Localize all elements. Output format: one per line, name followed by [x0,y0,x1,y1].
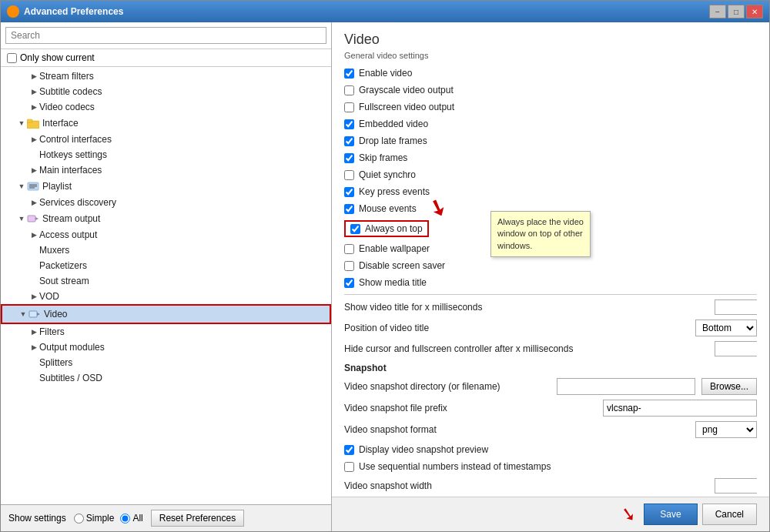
tree-arrow: ▼ [16,213,27,224]
restore-button[interactable]: □ [728,5,745,18]
snapshot-format-row: Video snapshot format png jpg tiff [344,421,757,438]
tree-item-video[interactable]: ▼ Video [1,304,331,324]
svg-marker-7 [35,217,38,220]
tree-arrow: ▼ [16,118,27,129]
snapshot-dir-label: Video snapshot directory (or filename) [344,381,551,392]
snapshot-format-label: Video snapshot format [344,424,689,435]
sequential-numbers-label: Use sequential numbers instead of timest… [359,461,551,472]
tree-item-hotkeys[interactable]: ▶ Hotkeys settings [1,147,331,162]
drop-late-label: Drop late frames [359,136,427,146]
stream-output-icon [27,212,39,225]
tree-label: Video [44,309,67,320]
show-media-title-row: Show media title [344,276,757,289]
fullscreen-label: Fullscreen video output [359,102,454,112]
tree-label: Video codecs [39,102,95,112]
svg-marker-9 [37,313,40,316]
display-preview-row: Display video snapshot preview [344,443,757,457]
tree-item-main-interfaces[interactable]: ▶ Main interfaces [1,162,331,178]
right-content: Video General video settings Enable vide… [332,22,769,497]
tree-item-playlist[interactable]: ▼ Playlist [1,178,331,195]
snapshot-dir-input[interactable] [557,378,695,395]
window-title: Advanced Preferences [24,6,705,17]
simple-radio[interactable] [74,514,84,524]
tree-item-splitters[interactable]: ▶ Splitters [1,355,331,370]
only-show-row: Only show current [1,49,331,67]
search-input[interactable] [5,27,326,44]
snapshot-dir-row: Video snapshot directory (or filename) B… [344,378,757,395]
grayscale-row: Grayscale video output [344,83,757,97]
tree-arrow: ▶ [28,102,39,112]
embedded-row: Embedded video [344,117,757,131]
tree-label: Filters [39,326,65,337]
quiet-synchro-checkbox[interactable] [344,170,354,180]
tree-area: ▶ Stream filters ▶ Subtitle codecs ▶ Vid… [1,67,331,504]
tree-item-control-interfaces[interactable]: ▶ Control interfaces [1,132,331,147]
always-on-top-highlight: Always on top [344,220,429,237]
always-on-top-checkbox[interactable] [350,224,360,234]
tree-item-sout-stream[interactable]: ▶ Sout stream [1,273,331,289]
reset-preferences-button[interactable]: Reset Preferences [151,510,244,527]
tree-item-output-modules[interactable]: ▶ Output modules [1,340,331,355]
tooltip-text: Always place the video window on top of … [497,217,584,250]
enable-video-checkbox[interactable] [344,69,354,79]
only-show-current-checkbox[interactable] [7,53,17,63]
tree-item-services-discovery[interactable]: ▶ Services discovery [1,195,331,210]
skip-frames-checkbox[interactable] [344,153,354,163]
left-panel: Only show current ▶ Stream filters ▶ Sub… [1,22,332,531]
quiet-synchro-label: Quiet synchro [359,169,416,180]
enable-wallpaper-checkbox[interactable] [344,244,354,254]
fullscreen-checkbox[interactable] [344,102,354,112]
show-media-title-checkbox[interactable] [344,278,354,288]
tree-item-vod[interactable]: ▶ VOD [1,289,331,304]
display-preview-checkbox[interactable] [344,445,354,455]
snapshot-prefix-row: Video snapshot file prefix [344,400,757,417]
tree-label: Subtitle codecs [39,86,102,97]
embedded-checkbox[interactable] [344,119,354,129]
tree-arrow: ▶ [28,326,39,337]
tree-arrow: ▶ [28,342,39,353]
tree-item-subtitle-codecs[interactable]: ▶ Subtitle codecs [1,84,331,99]
video-icon [28,308,41,320]
tree-label: Control interfaces [39,134,112,145]
window-controls: − □ ✕ [709,5,763,18]
tree-item-video-codecs[interactable]: ▶ Video codecs [1,99,331,115]
close-button[interactable]: ✕ [746,5,763,18]
save-button[interactable]: Save [644,504,697,525]
grayscale-checkbox[interactable] [344,85,354,95]
tree-item-filters[interactable]: ▶ Filters [1,324,331,340]
section-title: General video settings [344,51,757,60]
tree-arrow: ▶ [28,86,39,97]
sequential-numbers-checkbox[interactable] [344,462,354,472]
tree-label: Access output [39,229,97,240]
tree-item-stream-filters[interactable]: ▶ Stream filters [1,69,331,84]
tree-item-interface[interactable]: ▼ Interface [1,115,331,132]
key-press-checkbox[interactable] [344,187,354,197]
tree-item-muxers[interactable]: ▶ Muxers [1,243,331,258]
mouse-events-label: Mouse events [359,203,417,214]
minimize-button[interactable]: − [709,5,726,18]
tree-item-packetizers[interactable]: ▶ Packetizers [1,258,331,273]
cancel-button[interactable]: Cancel [702,504,757,525]
tree-arrow: ▶ [28,197,39,208]
drop-late-checkbox[interactable] [344,136,354,146]
snapshot-width-spinbox: ▲ ▼ [715,478,757,494]
video-title-ms-input[interactable] [715,300,769,314]
simple-label: Simple [86,513,115,524]
snapshot-format-dropdown[interactable]: png jpg tiff [695,421,757,438]
hide-cursor-input[interactable] [715,342,769,356]
tree-item-access-output[interactable]: ▶ Access output [1,227,331,243]
right-panel: Video General video settings Enable vide… [332,22,769,531]
tree-item-subtitles-osd[interactable]: ▶ Subtitles / OSD [1,370,331,386]
tree-item-stream-output[interactable]: ▼ Stream output [1,210,331,227]
position-title-dropdown[interactable]: Bottom Top Left Right Center [695,320,757,336]
show-media-title-label: Show media title [359,277,427,288]
browse-button[interactable]: Browse... [701,378,757,395]
snapshot-width-input[interactable] [715,479,769,493]
embedded-label: Embedded video [359,119,428,129]
all-radio[interactable] [120,514,130,524]
snapshot-prefix-input[interactable] [603,400,757,417]
disable-screensaver-checkbox[interactable] [344,261,354,271]
enable-video-row: Enable video [344,66,757,80]
mouse-events-checkbox[interactable] [344,204,354,214]
disable-screensaver-label: Disable screen saver [359,260,445,271]
